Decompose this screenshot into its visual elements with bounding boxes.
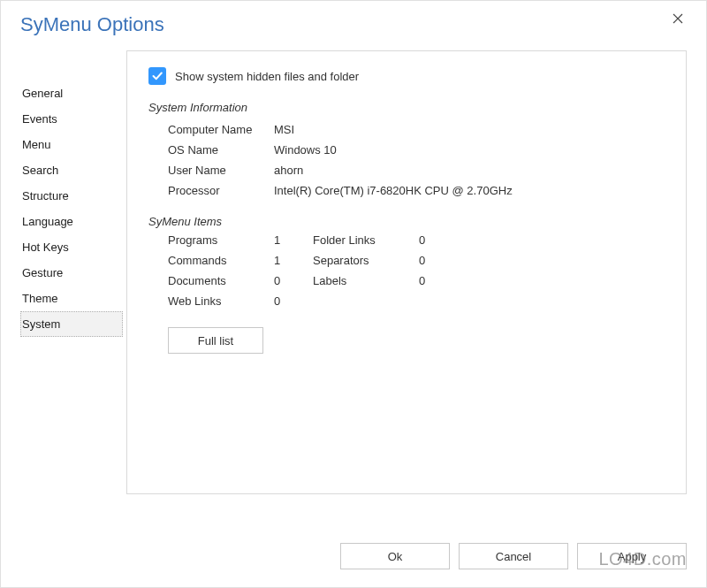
check-icon xyxy=(151,70,163,82)
item-label-documents: Documents xyxy=(168,274,265,287)
show-hidden-label: Show system hidden files and folder xyxy=(175,70,359,83)
sidebar-item-menu[interactable]: Menu xyxy=(20,132,123,157)
dialog-window: SyMenu Options General Events Menu Searc… xyxy=(0,0,707,588)
dialog-button-row: Ok Cancel Apply xyxy=(340,543,687,569)
sidebar-item-language[interactable]: Language xyxy=(20,209,123,234)
item-value-programs: 1 xyxy=(274,233,304,247)
info-label-user: User Name xyxy=(168,164,274,177)
info-value-processor: Intel(R) Core(TM) i7-6820HK CPU @ 2.70GH… xyxy=(274,184,513,197)
sidebar-item-system[interactable]: System xyxy=(20,311,123,337)
item-label-weblinks: Web Links xyxy=(168,294,265,308)
info-value-os: Windows 10 xyxy=(274,143,337,157)
item-label-programs: Programs xyxy=(168,233,265,247)
apply-button[interactable]: Apply xyxy=(577,543,687,569)
item-label-folderlinks: Folder Links xyxy=(313,233,410,247)
info-label-os: OS Name xyxy=(168,143,274,157)
settings-panel: Show system hidden files and folder Syst… xyxy=(126,50,687,494)
show-hidden-row: Show system hidden files and folder xyxy=(148,67,668,85)
sidebar-item-general[interactable]: General xyxy=(20,80,123,106)
info-row: User Name ahorn xyxy=(168,160,668,180)
sidebar-item-events[interactable]: Events xyxy=(20,106,123,132)
symenu-items-header: SyMenu Items xyxy=(148,215,668,228)
item-label-separators: Separators xyxy=(313,254,410,267)
item-label-commands: Commands xyxy=(168,254,265,267)
item-value-folderlinks: 0 xyxy=(419,233,449,247)
system-info-header: System Information xyxy=(148,101,668,114)
sidebar: General Events Menu Search Structure Lan… xyxy=(20,50,123,494)
sidebar-item-theme[interactable]: Theme xyxy=(20,286,123,311)
full-list-button[interactable]: Full list xyxy=(168,327,263,354)
item-value-separators: 0 xyxy=(419,254,449,267)
dialog-body: General Events Menu Search Structure Lan… xyxy=(1,50,706,494)
item-value-commands: 1 xyxy=(274,254,304,267)
info-value-computer: MSI xyxy=(274,123,294,136)
sidebar-item-search[interactable]: Search xyxy=(20,157,123,183)
info-row: OS Name Windows 10 xyxy=(168,140,668,160)
close-button[interactable] xyxy=(664,8,692,29)
info-label-computer: Computer Name xyxy=(168,123,274,136)
close-icon xyxy=(673,13,683,24)
item-value-documents: 0 xyxy=(274,274,304,287)
ok-button[interactable]: Ok xyxy=(340,543,450,569)
item-value-labels: 0 xyxy=(419,274,449,287)
symenu-items-grid: Programs 1 Folder Links 0 Commands 1 Sep… xyxy=(148,233,668,308)
sidebar-item-gesture[interactable]: Gesture xyxy=(20,260,123,286)
info-row: Computer Name MSI xyxy=(168,119,668,140)
item-label-labels: Labels xyxy=(313,274,410,287)
sidebar-item-structure[interactable]: Structure xyxy=(20,183,123,209)
info-row: Processor Intel(R) Core(TM) i7-6820HK CP… xyxy=(168,180,668,201)
titlebar: SyMenu Options xyxy=(1,1,706,50)
sidebar-item-hotkeys[interactable]: Hot Keys xyxy=(20,234,123,260)
info-value-user: ahorn xyxy=(274,164,303,177)
dialog-title: SyMenu Options xyxy=(20,13,706,36)
info-label-processor: Processor xyxy=(168,184,274,197)
show-hidden-checkbox[interactable] xyxy=(148,67,166,85)
item-value-weblinks: 0 xyxy=(274,294,304,308)
full-list-label: Full list xyxy=(198,334,233,347)
cancel-button[interactable]: Cancel xyxy=(459,543,568,569)
system-info-grid: Computer Name MSI OS Name Windows 10 Use… xyxy=(148,119,668,201)
